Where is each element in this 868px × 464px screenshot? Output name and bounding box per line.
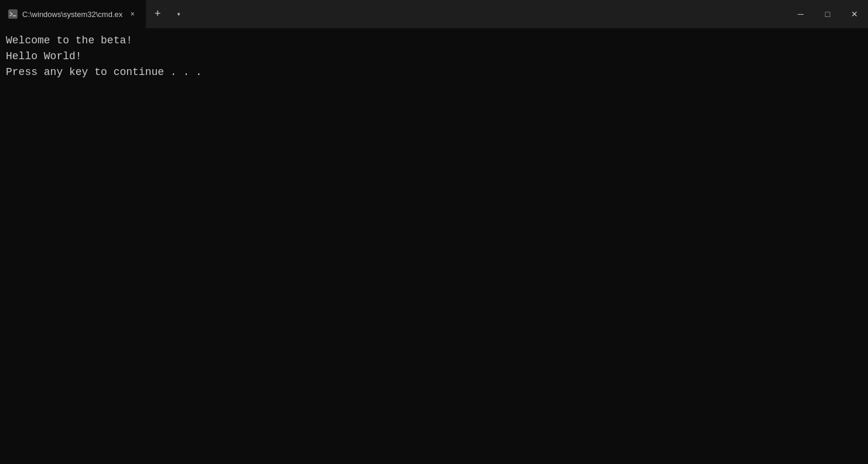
tab-title: C:\windows\system32\cmd.ex xyxy=(22,10,122,19)
titlebar: C:\windows\system32\cmd.ex × + ▾ ─ □ ✕ xyxy=(0,0,868,28)
terminal-line-2: Hello World! xyxy=(6,49,862,64)
window-controls: ─ □ ✕ xyxy=(787,0,868,28)
close-tab-button[interactable]: × xyxy=(127,9,138,19)
active-tab[interactable]: C:\windows\system32\cmd.ex × xyxy=(0,0,146,28)
terminal-line-3: Press any key to continue . . . xyxy=(6,64,862,80)
svg-rect-0 xyxy=(8,9,18,19)
close-button[interactable]: ✕ xyxy=(841,0,868,28)
tab-dropdown-button[interactable]: ▾ xyxy=(169,0,188,28)
new-tab-button[interactable]: + xyxy=(146,0,169,28)
terminal-window: C:\windows\system32\cmd.ex × + ▾ ─ □ ✕ W… xyxy=(0,0,868,464)
maximize-button[interactable]: □ xyxy=(814,0,841,28)
minimize-button[interactable]: ─ xyxy=(787,0,814,28)
terminal-line-1: Welcome to the beta! xyxy=(6,33,862,49)
tab-area: C:\windows\system32\cmd.ex × + ▾ xyxy=(0,0,787,28)
cmd-icon xyxy=(8,9,18,19)
terminal-body[interactable]: Welcome to the beta! Hello World! Press … xyxy=(0,28,868,464)
